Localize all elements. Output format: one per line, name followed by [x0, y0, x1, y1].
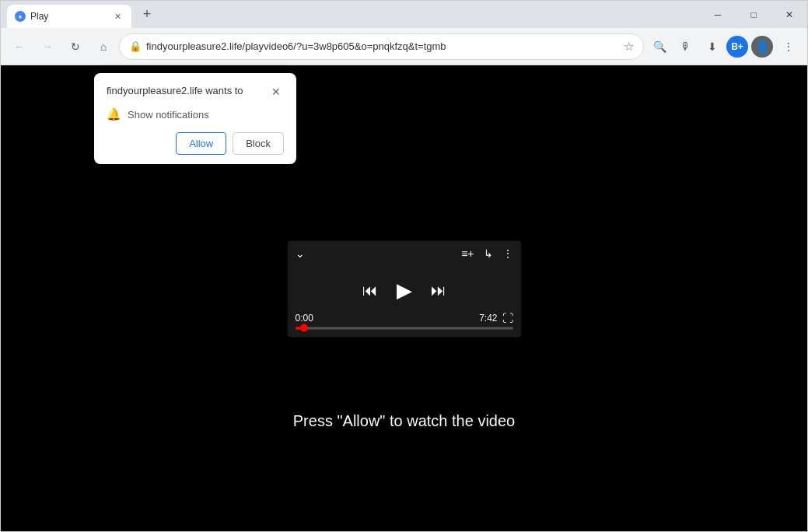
- notification-popup: findyourpleasure2.life wants to ✕ 🔔 Show…: [94, 73, 296, 164]
- title-bar: ● Play ✕ + ─ □ ✕: [1, 1, 807, 28]
- video-total-time: 7:42: [479, 312, 497, 323]
- profile-avatar[interactable]: 👤: [751, 36, 773, 58]
- next-button[interactable]: ⏭: [431, 281, 446, 299]
- download-icon-btn[interactable]: ⬇: [700, 34, 725, 59]
- address-bar[interactable]: 🔒 ☆: [119, 33, 644, 60]
- tab-label: Play: [30, 11, 107, 22]
- menu-button[interactable]: ⋮: [776, 34, 801, 59]
- popup-notification-text: Show notifications: [128, 109, 209, 121]
- video-player: ⌄ ≡+ ↳ ⋮ ⏮ ▶ ⏭ 0:00 7:42 ⛶: [288, 240, 521, 337]
- forward-button[interactable]: →: [35, 34, 60, 59]
- video-controls-center: ⏮ ▶ ⏭: [288, 265, 521, 308]
- search-icon-btn[interactable]: 🔍: [647, 34, 672, 59]
- block-button[interactable]: Block: [233, 132, 284, 155]
- browser-window: ● Play ✕ + ─ □ ✕ ← → ↻ ⌂ 🔒 ☆ 🔍 🎙 ⬇ B+: [0, 0, 808, 532]
- nav-right-icons: 🔍 🎙 ⬇ B+ 👤 ⋮: [647, 34, 801, 59]
- video-top-bar: ⌄ ≡+ ↳ ⋮: [288, 240, 521, 265]
- video-queue-icon[interactable]: ≡+: [461, 247, 474, 259]
- prompt-text: Press "Allow" to watch the video: [293, 412, 515, 430]
- active-tab[interactable]: ● Play ✕: [7, 5, 131, 28]
- profile-icon-btn[interactable]: 👤: [750, 34, 775, 59]
- bell-icon: 🔔: [107, 107, 121, 121]
- tab-close-button[interactable]: ✕: [111, 10, 124, 23]
- chrome-badge: B+: [726, 36, 748, 58]
- voice-icon-btn[interactable]: 🎙: [673, 34, 698, 59]
- minimize-button[interactable]: ─: [700, 1, 736, 28]
- video-collapse-icon[interactable]: ⌄: [296, 247, 305, 259]
- video-top-right-icons: ≡+ ↳ ⋮: [461, 247, 512, 259]
- maximize-button[interactable]: □: [736, 1, 771, 28]
- video-share-icon[interactable]: ↳: [484, 247, 493, 259]
- play-button[interactable]: ▶: [397, 278, 412, 302]
- navigation-bar: ← → ↻ ⌂ 🔒 ☆ 🔍 🎙 ⬇ B+ 👤 ⋮: [1, 28, 807, 65]
- tab-favicon: ●: [15, 11, 26, 22]
- window-controls: ─ □ ✕: [700, 1, 807, 28]
- video-more-icon[interactable]: ⋮: [502, 247, 513, 259]
- video-progress-dot: [300, 324, 308, 332]
- back-button[interactable]: ←: [7, 34, 32, 59]
- tab-area: ● Play ✕ +: [1, 1, 158, 28]
- close-button[interactable]: ✕: [771, 1, 807, 28]
- allow-button[interactable]: Allow: [176, 132, 226, 155]
- popup-title: findyourpleasure2.life wants to: [107, 84, 243, 98]
- new-tab-button[interactable]: +: [136, 4, 158, 26]
- home-button[interactable]: ⌂: [91, 34, 116, 59]
- video-time-row: 0:00 7:42 ⛶: [296, 311, 513, 324]
- popup-notification-row: 🔔 Show notifications: [107, 107, 284, 121]
- bookmark-icon[interactable]: ☆: [624, 40, 634, 54]
- lock-icon: 🔒: [129, 40, 142, 52]
- popup-buttons: Allow Block: [107, 132, 284, 155]
- video-progress-fill: [296, 327, 304, 329]
- prev-button[interactable]: ⏮: [362, 281, 378, 299]
- popup-close-button[interactable]: ✕: [268, 84, 284, 100]
- fullscreen-button[interactable]: ⛶: [502, 311, 513, 324]
- video-bottom: 0:00 7:42 ⛶: [288, 308, 521, 337]
- address-input[interactable]: [146, 40, 619, 52]
- popup-header: findyourpleasure2.life wants to ✕: [107, 84, 284, 100]
- refresh-button[interactable]: ↻: [63, 34, 88, 59]
- page-content: findyourpleasure2.life wants to ✕ 🔔 Show…: [1, 65, 807, 531]
- video-progress-bar[interactable]: [296, 327, 513, 329]
- video-current-time: 0:00: [296, 312, 313, 323]
